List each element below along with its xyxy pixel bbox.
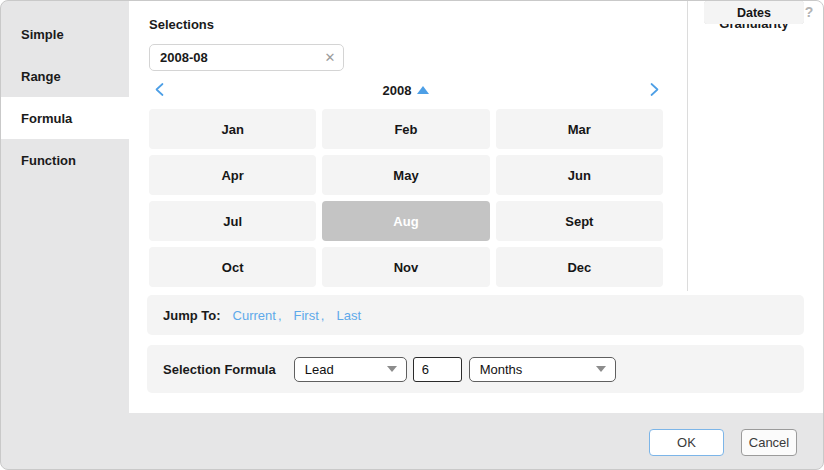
formula-operation-value: Lead (305, 362, 334, 377)
sidebar-item-range[interactable]: Range (1, 55, 129, 97)
clear-icon[interactable]: ✕ (317, 50, 343, 65)
sidebar-item-simple[interactable]: Simple (1, 13, 129, 55)
separator: , (278, 308, 282, 323)
selections-heading: Selections (149, 17, 214, 32)
formula-operation-dropdown[interactable]: Lead (294, 357, 407, 382)
sidebar-item-function[interactable]: Function (1, 139, 129, 181)
jump-to-last-link[interactable]: Last (336, 308, 361, 323)
month-button-sept[interactable]: Sept (496, 201, 663, 241)
formula-amount-input[interactable] (413, 357, 462, 382)
month-button-oct[interactable]: Oct (149, 247, 316, 287)
month-button-aug[interactable]: Aug (322, 201, 489, 241)
selections-input[interactable] (150, 50, 317, 65)
jump-to-first-link[interactable]: First (294, 308, 319, 323)
month-button-jun[interactable]: Jun (496, 155, 663, 195)
sidebar-item-formula[interactable]: Formula (1, 97, 129, 139)
jump-to-current-link[interactable]: Current (233, 308, 276, 323)
jump-to-label: Jump To: (163, 308, 221, 323)
month-button-jul[interactable]: Jul (149, 201, 316, 241)
formula-unit-value: Months (480, 362, 523, 377)
chevron-down-icon (387, 366, 397, 372)
selection-formula-label: Selection Formula (163, 362, 276, 377)
year-navigation: 2008 (149, 79, 663, 101)
month-button-jan[interactable]: Jan (149, 109, 316, 149)
year-center: 2008 (149, 79, 663, 101)
month-button-dec[interactable]: Dec (496, 247, 663, 287)
date-filter-dialog: Simple Range Formula Function Selections… (0, 0, 824, 470)
month-button-feb[interactable]: Feb (322, 109, 489, 149)
next-year-icon[interactable] (648, 82, 661, 97)
month-grid: Jan Feb Mar Apr May Jun Jul Aug Sept Oct… (149, 109, 663, 287)
vertical-divider (687, 1, 688, 291)
jump-to-row: Jump To: Current , First , Last (147, 295, 804, 335)
granularity-dates-button[interactable]: Dates (704, 1, 804, 24)
main-panel: Selections ✕ 2008 Jan Feb Mar Apr May (129, 1, 824, 413)
year-label: 2008 (383, 83, 412, 98)
month-button-nov[interactable]: Nov (322, 247, 489, 287)
ok-button[interactable]: OK (649, 429, 724, 456)
formula-unit-dropdown[interactable]: Months (469, 357, 616, 382)
chevron-down-icon (596, 366, 606, 372)
selections-input-box: ✕ (149, 44, 344, 71)
sort-ascending-icon[interactable] (417, 86, 429, 94)
mode-sidebar: Simple Range Formula Function (1, 1, 129, 413)
separator: , (321, 308, 325, 323)
footer-bar: OK Cancel (1, 413, 824, 470)
month-button-mar[interactable]: Mar (496, 109, 663, 149)
selection-formula-row: Selection Formula Lead Months (147, 345, 804, 393)
cancel-button[interactable]: Cancel (741, 429, 797, 456)
month-button-may[interactable]: May (322, 155, 489, 195)
month-button-apr[interactable]: Apr (149, 155, 316, 195)
